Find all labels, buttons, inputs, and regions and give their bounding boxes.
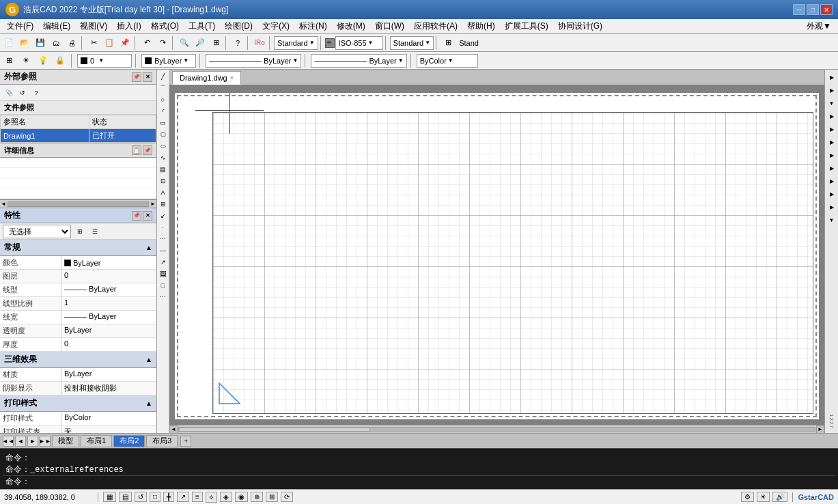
layer-dropdown[interactable]: 0 ▼	[77, 54, 132, 68]
hscroll-right-btn[interactable]: ►	[816, 425, 824, 434]
menu-draw[interactable]: 绘图(D)	[221, 19, 257, 33]
zoom-in-button[interactable]: 🔍	[177, 36, 192, 51]
iris-button[interactable]: IRo	[252, 36, 267, 51]
lv-polygon[interactable]: ⬡	[158, 129, 169, 140]
menu-format[interactable]: 格式(O)	[147, 19, 183, 33]
layer-btn3[interactable]: 🔒	[53, 53, 68, 68]
menu-window[interactable]: 窗口(W)	[371, 19, 408, 33]
new-button[interactable]: 📄	[1, 36, 16, 51]
lv-ray[interactable]: ↗	[158, 257, 169, 268]
close-button[interactable]: ✕	[820, 4, 833, 15]
menu-dim[interactable]: 标注(N)	[295, 19, 331, 33]
plotstyle-dropdown[interactable]: ByColor ▼	[417, 54, 478, 68]
ext-ref-pin-btn[interactable]: 📌	[132, 72, 141, 82]
props-close-btn[interactable]: ✕	[143, 211, 152, 221]
layer-props-btn[interactable]: ⊞	[1, 53, 16, 68]
lv-draw-line[interactable]: ╱	[158, 71, 169, 82]
rt-btn-5[interactable]: ▶	[826, 123, 838, 135]
lv-text[interactable]: A	[158, 187, 169, 198]
menu-ext-tools[interactable]: 扩展工具(S)	[501, 19, 553, 33]
extra-btn[interactable]: ⊞	[441, 36, 456, 51]
trans-btn[interactable]: ◉	[235, 492, 248, 502]
speaker-btn[interactable]: 🔊	[772, 492, 787, 502]
lv-hatch[interactable]: ▤	[158, 164, 169, 175]
settings-btn[interactable]: ⚙	[741, 492, 754, 502]
hscroll-left[interactable]: ◄	[1, 201, 6, 207]
lv-wipeout[interactable]: □	[158, 280, 169, 291]
detail-info-btn1[interactable]: 📋	[132, 145, 141, 155]
props-list-btn[interactable]: ☰	[89, 225, 101, 238]
tab-add-btn[interactable]: +	[180, 436, 191, 447]
save-as-button[interactable]: 🗂	[48, 36, 64, 51]
lv-arc[interactable]: ◜	[158, 106, 169, 117]
canvas-hscroll[interactable]: ◄ ►	[169, 425, 824, 433]
lv-spline[interactable]: ∿	[158, 152, 169, 163]
lv-image[interactable]: 🖼	[158, 268, 169, 279]
iso-dropdown[interactable]: ISO-855 ▼	[335, 36, 383, 50]
props-pin-btn[interactable]: 📌	[132, 211, 141, 221]
cut-button[interactable]: ✂	[86, 36, 101, 51]
rt-btn-10[interactable]: ▶	[826, 188, 838, 200]
menu-insert[interactable]: 插入(I)	[113, 19, 145, 33]
help-button[interactable]: ?	[230, 36, 245, 51]
osnap-btn[interactable]: ╋	[163, 492, 174, 502]
hscroll-thumb[interactable]	[179, 428, 369, 432]
standard-dropdown-2[interactable]: Standard ▼	[390, 36, 434, 50]
menu-appearance[interactable]: 外观▼	[802, 19, 835, 33]
undo-button[interactable]: ↶	[139, 36, 154, 51]
rt-btn-12[interactable]: ▼	[826, 214, 838, 226]
open-button[interactable]: 📂	[17, 36, 32, 51]
menu-view[interactable]: 视图(V)	[76, 19, 111, 33]
tab-layout3[interactable]: 布局3	[146, 435, 178, 447]
dyn-btn[interactable]: ⟡	[206, 492, 217, 503]
tab-next-btn[interactable]: ►	[27, 436, 38, 447]
minimize-button[interactable]: ─	[793, 4, 805, 15]
drawing-viewport[interactable]	[169, 85, 824, 425]
otrack-btn[interactable]: ↗	[177, 492, 189, 502]
lv-region[interactable]: ⊡	[158, 176, 169, 186]
menu-modify[interactable]: 修改(M)	[333, 19, 369, 33]
sun-btn[interactable]: ☀	[757, 492, 770, 502]
save-button[interactable]: 💾	[33, 36, 48, 51]
lv-block[interactable]: ⊞	[158, 199, 169, 210]
snap-btn[interactable]: ▤	[119, 492, 132, 502]
menu-help[interactable]: 帮助(H)	[463, 19, 499, 33]
props-toggle-btn[interactable]: ⊞	[74, 225, 86, 238]
rt-btn-3[interactable]: ▼	[826, 97, 838, 109]
canvas-tab-drawing1[interactable]: Drawing1.dwg ×	[172, 71, 241, 85]
lv-more2[interactable]: ⋯	[158, 292, 169, 303]
detail-info-btn2[interactable]: 📌	[143, 145, 152, 155]
copy-button[interactable]: 📋	[102, 36, 117, 51]
tab-prev-btn[interactable]: ◄	[15, 436, 26, 447]
zoom-all-button[interactable]: ⊞	[208, 36, 223, 51]
rt-btn-8[interactable]: ▶	[826, 162, 838, 174]
lv-rect[interactable]: ▭	[158, 117, 169, 128]
lv-circle[interactable]: ○	[158, 94, 169, 105]
hscroll-right[interactable]: ►	[150, 201, 156, 207]
cmd-input[interactable]	[30, 477, 833, 487]
layer-btn2[interactable]: 💡	[36, 53, 51, 68]
lv-more1[interactable]: ⋯	[158, 234, 169, 244]
tab-layout1[interactable]: 布局1	[81, 435, 112, 447]
rt-btn-6[interactable]: ▶	[826, 136, 838, 148]
rt-btn-4[interactable]: ▶	[826, 110, 838, 122]
hscroll-left-btn[interactable]: ◄	[169, 425, 178, 434]
maximize-button[interactable]: □	[807, 4, 819, 15]
hscroll-thumb[interactable]	[8, 201, 149, 207]
lw-btn[interactable]: ◈	[220, 492, 232, 502]
ext-ref-close-btn[interactable]: ✕	[143, 72, 152, 82]
hscroll-track[interactable]	[178, 427, 815, 432]
props-selector[interactable]: 无选择	[3, 225, 71, 238]
ducs-btn[interactable]: ≡	[192, 492, 203, 502]
rt-btn-1[interactable]: ▶	[826, 71, 838, 83]
lineweight-dropdown[interactable]: ——————— ByLayer ▼	[311, 54, 406, 68]
snap-grid-btn[interactable]: ▦	[103, 492, 116, 502]
polar-btn[interactable]: □	[150, 492, 160, 502]
rt-btn-11[interactable]: ▶	[826, 201, 838, 213]
tab-model[interactable]: 模型	[52, 435, 79, 447]
lv-xline[interactable]: —	[158, 245, 169, 256]
menu-collab[interactable]: 协同设计(G)	[554, 19, 606, 33]
rt-btn-7[interactable]: ▶	[826, 149, 838, 161]
ext-ref-help-btn[interactable]: ?	[30, 87, 42, 99]
menu-file[interactable]: 文件(F)	[3, 19, 38, 33]
